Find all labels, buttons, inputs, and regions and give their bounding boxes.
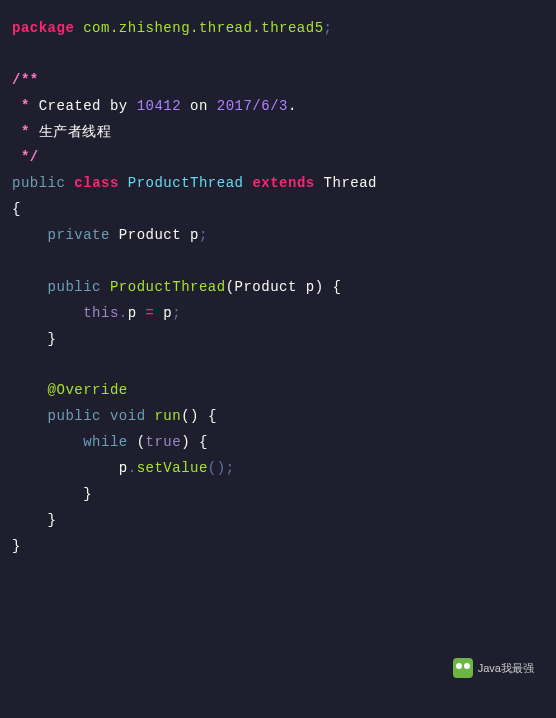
javadoc-open: /** xyxy=(12,68,544,94)
blank-line xyxy=(12,42,544,68)
while-stmt: while (true) { xyxy=(12,430,544,456)
watermark-text: Java我最强 xyxy=(478,658,534,678)
watermark: Java我最强 xyxy=(453,658,534,678)
method-call: p.setValue(); xyxy=(12,456,544,482)
method-decl: public void run() { xyxy=(12,404,544,430)
code-line: package com.zhisheng.thread.thread5; xyxy=(12,16,544,42)
keyword-package: package xyxy=(12,20,74,36)
package-name: com.zhisheng.thread.thread5 xyxy=(83,20,323,36)
javadoc-close: */ xyxy=(12,145,544,171)
class-decl: public class ProductThread extends Threa… xyxy=(12,171,544,197)
brace-close: } xyxy=(12,534,544,560)
constructor-decl: public ProductThread(Product p) { xyxy=(12,275,544,301)
assign-stmt: this.p = p; xyxy=(12,301,544,327)
brace-close: } xyxy=(12,327,544,353)
brace-close: } xyxy=(12,482,544,508)
javadoc-line: * 生产者线程 xyxy=(12,120,544,146)
blank-line xyxy=(12,249,544,275)
blank-line xyxy=(12,353,544,379)
annotation-line: @Override xyxy=(12,378,544,404)
brace-open: { xyxy=(12,197,544,223)
wechat-icon xyxy=(453,658,473,678)
brace-close: } xyxy=(12,508,544,534)
code-block: package com.zhisheng.thread.thread5; /**… xyxy=(12,16,544,560)
field-decl: private Product p; xyxy=(12,223,544,249)
javadoc-line: * Created by 10412 on 2017/6/3. xyxy=(12,94,544,120)
